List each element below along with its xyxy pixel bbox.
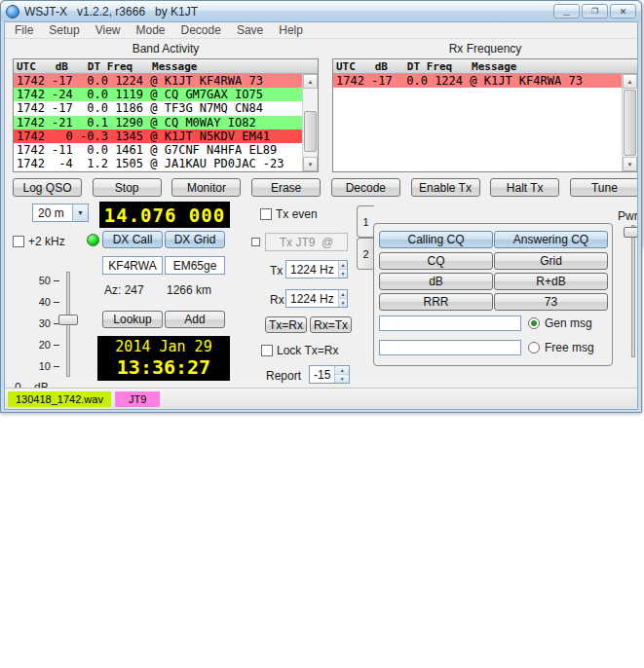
band-activity-title: Band Activity <box>13 42 319 56</box>
rx-frequency-rows: 1742 -17 0.0 1224 @ K1JT KF4RWA 73 <box>333 74 622 171</box>
monitor-button[interactable]: Monitor <box>171 178 241 197</box>
spin-up-icon[interactable] <box>339 261 347 269</box>
band-activity-header: UTC dB DT Freq Message <box>14 59 318 74</box>
scroll-up-icon[interactable] <box>303 74 318 89</box>
menu-mode[interactable]: Mode <box>129 22 173 38</box>
log-qso-button[interactable]: Log QSO <box>13 178 82 197</box>
rx-frequency-header: UTC dB DT Freq Message <box>333 59 637 74</box>
close-icon[interactable] <box>610 4 636 19</box>
tx-freq-spinner[interactable]: 1224 Hz <box>285 260 348 278</box>
chevron-down-icon[interactable] <box>72 204 88 221</box>
scroll-up-icon[interactable] <box>623 74 637 89</box>
scroll-down-icon[interactable] <box>623 157 637 171</box>
plus-2khz-checkbox[interactable] <box>13 236 24 247</box>
decode-button[interactable]: Decode <box>331 178 400 197</box>
mode-badge: JT9 <box>115 391 160 407</box>
rx-freq-spinner[interactable]: 1224 Hz <box>285 289 348 308</box>
decode-row[interactable]: 1742 -17 0.0 1224 @ K1JT KF4RWA 73 <box>14 74 302 88</box>
db-message-button[interactable]: dB <box>379 273 493 290</box>
report-spinner[interactable]: -15 <box>309 365 350 384</box>
app-icon <box>6 5 19 19</box>
dx-call-input[interactable]: KF4RWA <box>102 256 163 275</box>
free-msg-radio[interactable] <box>528 342 540 353</box>
clock-display: 2014 Jan 29 13:36:27 <box>97 336 230 381</box>
menu-save[interactable]: Save <box>229 22 271 38</box>
free-msg-label: Free msg <box>545 341 594 354</box>
spin-down-icon[interactable] <box>339 269 347 278</box>
pwr-slider-handle[interactable] <box>624 227 638 238</box>
cq-message-button[interactable]: CQ <box>379 252 493 270</box>
menu-help[interactable]: Help <box>271 22 311 38</box>
gain-slider-handle[interactable] <box>58 315 78 325</box>
wsjtx-main-window: WSJT-X v1.2.2, r3666 by K1JT File Setup … <box>0 0 642 413</box>
scrollbar-thumb[interactable] <box>304 111 317 152</box>
add-button[interactable]: Add <box>165 311 225 328</box>
decode-row[interactable]: 1742 -4 1.2 1505 @ JA1KAU PD0JAC -23 <box>14 157 302 170</box>
plus-2khz-label: +2 kHz <box>28 235 65 248</box>
spin-up-icon[interactable] <box>335 366 349 374</box>
tx-eq-rx-button[interactable]: Tx=Rx <box>265 316 307 333</box>
menu-view[interactable]: View <box>88 22 129 38</box>
rrr-message-button[interactable]: RRR <box>379 293 493 311</box>
73-message-button[interactable]: 73 <box>494 293 608 311</box>
halt-tx-button[interactable]: Halt Tx <box>490 178 559 197</box>
desktop: Wide Graph 0 200 400 600 800 1000 1200 1… <box>0 0 644 668</box>
maximize-icon[interactable] <box>582 4 608 19</box>
status-bar: 130418_1742.wav JT9 <box>5 388 637 409</box>
band-activity-scrollbar[interactable] <box>302 74 318 171</box>
tab-1[interactable]: 1 <box>357 205 374 238</box>
band-activity-rows: 1742 -17 0.0 1224 @ K1JT KF4RWA 73 1742 … <box>14 74 302 171</box>
decode-row[interactable]: 1742 -17 0.0 1224 @ K1JT KF4RWA 73 <box>333 74 622 88</box>
main-title: WSJT-X v1.2.2, r3666 by K1JT <box>24 5 198 19</box>
menu-setup[interactable]: Setup <box>41 22 87 38</box>
time-display: 13:36:27 <box>117 355 210 379</box>
menu-decode[interactable]: Decode <box>173 22 229 38</box>
spin-down-icon[interactable] <box>339 298 347 307</box>
tune-button[interactable]: Tune <box>570 178 638 197</box>
decode-row[interactable]: 1742 -17 0.0 1186 @ TF3G N7MQ CN84 <box>14 101 302 115</box>
calling-cq-header[interactable]: Calling CQ <box>379 231 493 248</box>
rx-frequency-panel: UTC dB DT Freq Message 1742 -17 0.0 1224… <box>332 58 638 172</box>
scroll-down-icon[interactable] <box>303 157 318 171</box>
menu-bar: File Setup View Mode Decode Save Help <box>5 22 637 39</box>
lock-tx-rx-checkbox[interactable] <box>261 345 273 356</box>
rx-freq-label: Rx <box>270 293 284 307</box>
pwr-slider[interactable] <box>631 225 635 357</box>
rdb-message-button[interactable]: R+dB <box>494 273 608 290</box>
enable-tx-button[interactable]: Enable Tx <box>411 178 480 197</box>
frequency-display: 14.076 000 <box>99 202 230 228</box>
lock-tx-rx-label: Lock Tx=Rx <box>277 344 338 357</box>
stop-button[interactable]: Stop <box>93 178 162 197</box>
decode-row[interactable]: 1742 0 -0.3 1345 @ K1JT N5KDV EM41 <box>14 130 302 143</box>
erase-button[interactable]: Erase <box>251 178 321 197</box>
tab-2[interactable]: 2 <box>357 238 374 270</box>
gen-msg-input[interactable] <box>379 315 521 331</box>
decode-row[interactable]: 1742 -21 0.1 1290 @ CQ M0WAY IO82 <box>14 116 302 130</box>
main-client: File Setup View Mode Decode Save Help Ba… <box>4 21 638 410</box>
tx-mode-box: Tx JT9 @ <box>265 233 348 251</box>
dx-grid-button[interactable]: DX Grid <box>165 231 225 248</box>
dx-call-button[interactable]: DX Call <box>102 231 163 248</box>
decode-row[interactable]: 1742 -11 0.0 1461 @ G7CNF N4HFA EL89 <box>14 143 302 157</box>
scrollbar-thumb[interactable] <box>624 90 636 156</box>
rx-frequency-title: Rx Frequency <box>332 42 638 56</box>
tx-mode-checkbox[interactable] <box>251 238 260 246</box>
grid-message-button[interactable]: Grid <box>494 252 608 270</box>
gen-msg-radio[interactable] <box>528 317 540 329</box>
rx-eq-tx-button[interactable]: Rx=Tx <box>310 316 352 333</box>
minimize-icon[interactable] <box>553 4 580 19</box>
dx-grid-input[interactable]: EM65ge <box>165 256 225 275</box>
answering-cq-header[interactable]: Answering CQ <box>494 231 608 248</box>
rx-frequency-scrollbar[interactable] <box>622 74 637 171</box>
band-combo[interactable]: 20 m <box>32 204 89 222</box>
free-msg-input[interactable] <box>379 340 521 355</box>
menu-file[interactable]: File <box>7 22 41 38</box>
wav-file-badge: 130418_1742.wav <box>8 391 111 407</box>
main-titlebar[interactable]: WSJT-X v1.2.2, r3666 by K1JT <box>1 1 641 21</box>
spin-down-icon[interactable] <box>335 374 349 383</box>
decode-row[interactable]: 1742 -24 0.0 1119 @ CQ GM7GAX IO75 <box>14 88 302 101</box>
spin-up-icon[interactable] <box>339 290 347 298</box>
rx-status-led <box>87 234 99 246</box>
lookup-button[interactable]: Lookup <box>102 311 163 328</box>
tx-even-checkbox[interactable] <box>260 208 272 220</box>
